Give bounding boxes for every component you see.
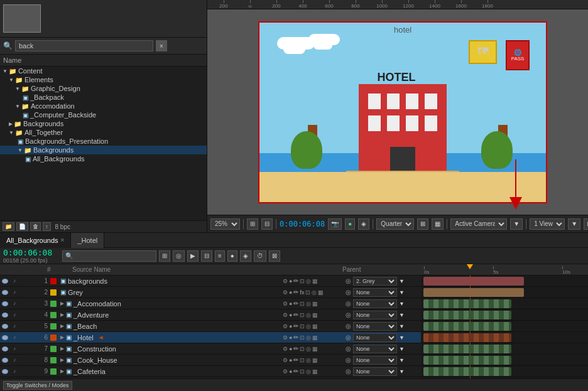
up-button[interactable]: ↑: [43, 222, 51, 231]
parent-chevron-8[interactable]: ▼: [399, 357, 405, 363]
parent-select-9[interactable]: None: [353, 367, 397, 376]
layer-row-1[interactable]: ♪ 1 ▣ backgrounds ⚙ ● ✏ ⊡ ◎ ▦ ◎ 2. Grey …: [0, 276, 421, 287]
region-button[interactable]: ⊠: [417, 218, 428, 230]
tc-search-input[interactable]: [62, 250, 156, 262]
tl-bar-5[interactable]: [423, 322, 511, 331]
tree-item-backpack[interactable]: ▣ _Backpack: [0, 93, 207, 102]
tab-all-backgrounds-close[interactable]: ×: [61, 237, 65, 244]
layer-eye-4[interactable]: [0, 313, 10, 318]
camera-btn[interactable]: ▼: [510, 218, 523, 230]
triangle-backgrounds1[interactable]: ▶: [9, 121, 13, 127]
camera-select[interactable]: Active Camera: [450, 218, 507, 230]
layer-eye-6[interactable]: [0, 335, 10, 340]
layer-eye-1[interactable]: [0, 279, 10, 284]
layer-eye-2[interactable]: [0, 290, 10, 295]
layer-row-4[interactable]: ♪ 4 ▶ ▣ _Adventure ⚙ ● ✏ ⊡ ◎ ▦ ◎ None ▼: [0, 309, 421, 321]
tree-item-content[interactable]: ▼ 📁 Content: [0, 67, 207, 75]
tree-item-backgrounds1[interactable]: ▶ 📁 Backgrounds: [0, 119, 207, 128]
parent-chevron-7[interactable]: ▼: [399, 346, 405, 352]
layer-eye-5[interactable]: [0, 324, 10, 329]
grid-button[interactable]: ⊟: [261, 218, 273, 230]
parent-select-2[interactable]: None: [353, 288, 397, 297]
expand-button[interactable]: ⊞: [584, 218, 588, 230]
parent-chevron-6[interactable]: ▼: [399, 335, 405, 341]
search-clear-button[interactable]: ×: [156, 40, 167, 51]
zoom-select[interactable]: 25%: [210, 218, 240, 230]
tc-time-remap-button[interactable]: ⊟: [201, 250, 212, 262]
tc-solo-button[interactable]: ◎: [173, 250, 185, 262]
parent-select-5[interactable]: None: [353, 322, 397, 331]
view-btn[interactable]: ▼: [568, 218, 580, 230]
parent-select-7[interactable]: None: [353, 345, 397, 353]
tl-bar-7[interactable]: [423, 345, 511, 353]
layer-row-3[interactable]: ♪ 3 ▶ ▣ _Accomodation ⚙ ● ✏ ⊡ ◎ ▦ ◎ None…: [0, 298, 421, 309]
parent-select-6[interactable]: None: [353, 333, 397, 342]
layer-eye-3[interactable]: [0, 301, 10, 306]
parent-select-8[interactable]: None: [353, 356, 397, 365]
triangle-content[interactable]: ▼: [3, 68, 8, 74]
new-folder-button[interactable]: 📁: [3, 222, 14, 231]
triangle-accomodation[interactable]: ▼: [15, 104, 20, 109]
parent-chevron-2[interactable]: ▼: [399, 289, 405, 296]
new-item-button[interactable]: 📄: [16, 222, 28, 231]
tree-item-elements[interactable]: ▼ 📁 Elements: [0, 75, 207, 84]
toggle-switches-button[interactable]: Toggle Switches / Modes: [3, 381, 72, 390]
layer-row-2[interactable]: ♪ 2 ▣ Grey ⚙ ● ✏ fx ⊡ ◎ ▦ ◎ None ▼: [0, 287, 421, 298]
fit-button[interactable]: ⊞: [247, 218, 258, 230]
tree-item-backgrounds-pres[interactable]: ▣ Backgrounds_Presentation: [0, 137, 207, 146]
tl-bar-4[interactable]: [423, 311, 511, 319]
tl-bar-6[interactable]: [423, 333, 511, 342]
tl-bar-1[interactable]: [423, 277, 524, 286]
parent-select-1[interactable]: 2. Grey: [353, 277, 397, 286]
parent-chevron-1[interactable]: ▼: [399, 278, 405, 284]
parent-chevron-9[interactable]: ▼: [399, 368, 405, 375]
tc-switch-button[interactable]: ⊠: [269, 250, 280, 262]
parent-chevron-3[interactable]: ▼: [399, 301, 405, 307]
layer-eye-9[interactable]: [0, 369, 10, 374]
tree-item-all-backgrounds[interactable]: ▣ All_Backgrounds: [0, 154, 207, 163]
tc-layer-button[interactable]: ≡: [215, 250, 225, 262]
tree-item-all-together[interactable]: ▼ 📁 All_Together: [0, 128, 207, 137]
layer-row-7[interactable]: ♪ 7 ▶ ▣ _Construction ⚙ ● ✏ ⊡ ◎ ▦ ◎ None…: [0, 343, 421, 355]
channel-button[interactable]: ▦: [432, 218, 444, 230]
layer-row-5[interactable]: ♪ 5 ▶ ▣ _Beach ⚙ ● ✏ ⊡ ◎ ▦ ◎ None ▼: [0, 321, 421, 332]
parent-chevron-5[interactable]: ▼: [399, 323, 405, 329]
tc-motion-button[interactable]: ▶: [187, 250, 199, 262]
tl-bar-8[interactable]: [423, 356, 511, 365]
tc-stopwatch-button[interactable]: ⏱: [254, 250, 266, 262]
tree-item-computer-backside[interactable]: ▣ _Computer_Backside: [0, 110, 207, 119]
tc-add-button[interactable]: ⊞: [159, 250, 170, 262]
wireframe-button[interactable]: ◈: [358, 218, 369, 230]
ruler-tick-8: 1400: [422, 0, 448, 9]
tab-all-backgrounds[interactable]: All_Backgrounds ×: [0, 233, 71, 248]
tl-bar-2[interactable]: [423, 288, 524, 297]
layer-eye-7[interactable]: [0, 346, 10, 351]
triangle-elements[interactable]: ▼: [9, 77, 14, 83]
header-num: #: [47, 266, 61, 273]
tl-bar-3[interactable]: [423, 299, 511, 308]
parent-chevron-4[interactable]: ▼: [399, 312, 405, 318]
snapshot-button[interactable]: 📷: [328, 218, 342, 230]
color-button[interactable]: ●: [345, 218, 355, 230]
layer-audio-7: ♪: [10, 346, 19, 351]
layer-row-8[interactable]: ♪ 8 ▶ ▣ _Cook_House ⚙ ● ✏ ⊡ ◎ ▦ ◎ None ▼: [0, 355, 421, 366]
quality-select[interactable]: Quarter: [376, 218, 414, 230]
tree-item-accomodation[interactable]: ▼ 📁 Accomodation: [0, 102, 207, 110]
layer-eye-8[interactable]: [0, 358, 10, 363]
tab-hotel[interactable]: _Hotel: [71, 233, 104, 248]
parent-select-4[interactable]: None: [353, 311, 397, 319]
layer-row-6[interactable]: ♪ 6 ▶ ▣ _Hotel ◄ ⚙ ● ✏ ⊡ ◎ ▦ ◎ None ▼: [0, 332, 421, 343]
tc-shape-button[interactable]: ●: [227, 250, 237, 262]
tc-effect-button[interactable]: ◈: [240, 250, 251, 262]
triangle-all-together[interactable]: ▼: [9, 130, 14, 136]
tree-item-backgrounds2[interactable]: ▼ 📁 Backgrounds: [0, 146, 207, 154]
tree-item-graphic-design[interactable]: ▼ 📁 Graphic_Design: [0, 84, 207, 93]
triangle-graphic-design[interactable]: ▼: [15, 86, 20, 92]
view-select[interactable]: 1 View: [530, 218, 565, 230]
parent-select-3[interactable]: None: [353, 299, 397, 308]
tl-bar-9[interactable]: [423, 367, 511, 376]
layer-row-9[interactable]: ♪ 9 ▶ ▣ _Cafeteria ⚙ ● ✏ ⊡ ◎ ▦ ◎ None ▼: [0, 366, 421, 377]
delete-button[interactable]: 🗑: [30, 222, 41, 231]
search-input[interactable]: [15, 40, 153, 51]
triangle-backgrounds2[interactable]: ▼: [18, 147, 23, 153]
